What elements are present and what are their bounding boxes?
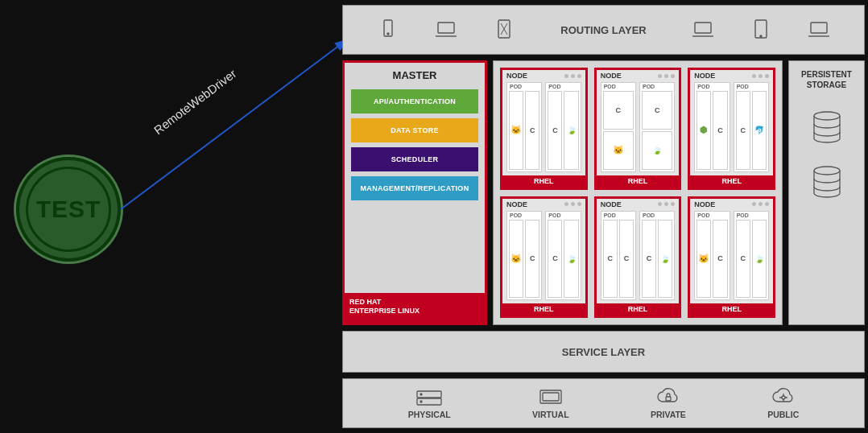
svg-rect-8 xyxy=(811,23,827,33)
tablet-icon xyxy=(491,19,517,41)
svg-point-18 xyxy=(782,396,785,399)
svg-point-9 xyxy=(814,112,840,120)
pods-grid: PODC PODC xyxy=(502,209,585,304)
architecture-diagram: ROUTING LAYER MASTER API/AUTHENTICATION … xyxy=(342,5,865,428)
pod-label: POD xyxy=(546,212,580,218)
infra-public-label: PUBLIC xyxy=(767,410,799,419)
svg-rect-3 xyxy=(438,23,454,33)
mongo-icon xyxy=(642,131,672,170)
pod: PODC xyxy=(639,211,675,301)
node-block: NODE PODC PODC RHEL xyxy=(688,196,775,319)
node-footer: RHEL xyxy=(690,175,773,188)
server-icon xyxy=(414,387,444,408)
nodejs-icon xyxy=(696,91,711,170)
infra-virtual-label: VIRTUAL xyxy=(532,410,569,419)
vm-icon xyxy=(535,387,566,408)
laptop-icon xyxy=(433,19,459,41)
master-block: MASTER API/AUTHENTICATION DATA STORE SCH… xyxy=(342,60,487,325)
node-header: NODE xyxy=(502,70,585,80)
node-label: NODE xyxy=(694,72,715,80)
node-dots-icon xyxy=(564,74,581,78)
pods-grid: PODC PODC xyxy=(690,209,773,304)
node-label: NODE xyxy=(694,200,715,208)
database-icon xyxy=(809,109,845,145)
svg-point-10 xyxy=(814,167,840,175)
pod: PODC xyxy=(734,82,769,172)
node-footer: RHEL xyxy=(502,303,585,315)
master-scheduler-box: SCHEDULER xyxy=(351,147,478,171)
pod: PODCC xyxy=(601,211,636,301)
node-block: NODE PODC PODC RHEL xyxy=(500,196,588,319)
pod: PODC xyxy=(694,82,730,172)
pod: PODC xyxy=(545,82,581,172)
infra-private: PRIVATE xyxy=(651,387,686,419)
pod-label: POD xyxy=(601,212,635,218)
master-mgmt-box: MANAGEMENT/REPLICATION xyxy=(351,176,478,200)
svg-point-7 xyxy=(760,35,762,37)
mysql-icon xyxy=(752,91,767,170)
node-header: NODE xyxy=(690,70,773,80)
svg-point-13 xyxy=(420,394,422,395)
pod: PODC xyxy=(545,211,581,301)
pod: PODC xyxy=(506,82,542,172)
test-badge: TEST xyxy=(16,157,121,262)
pods-grid: PODC PODC xyxy=(502,80,585,175)
node-block: NODE PODC PODC RHEL xyxy=(688,68,775,190)
node-header: NODE xyxy=(690,199,773,209)
pod: PODC xyxy=(694,211,730,301)
container-c: C xyxy=(736,220,750,299)
node-block: NODE PODCC PODC RHEL xyxy=(594,196,682,319)
arrow-line xyxy=(113,16,354,225)
svg-rect-17 xyxy=(666,397,671,401)
nodes-grid: NODE PODC PODC RHEL NODE PODC PODC RHEL … xyxy=(493,60,783,325)
container-c: C xyxy=(642,91,672,130)
svg-point-14 xyxy=(420,401,422,402)
svg-rect-16 xyxy=(543,393,559,401)
container-c: C xyxy=(548,220,562,299)
pod-label: POD xyxy=(546,83,580,89)
container-c: C xyxy=(525,91,539,170)
badge-inner-ring xyxy=(26,167,111,252)
master-footer: RED HAT ENTERPRISE LINUX xyxy=(345,293,485,323)
laptop-icon xyxy=(806,19,832,41)
node-footer: RHEL xyxy=(502,175,585,188)
infra-virtual: VIRTUAL xyxy=(532,387,569,419)
routing-layer-title: ROUTING LAYER xyxy=(560,24,646,36)
container-c: C xyxy=(642,220,656,299)
node-footer: RHEL xyxy=(690,303,773,315)
master-foot-line1: RED HAT xyxy=(349,298,480,307)
node-dots-icon xyxy=(752,74,769,78)
service-layer-title: SERVICE LAYER xyxy=(562,346,645,358)
storage-title-line2: STORAGE xyxy=(801,80,852,90)
infra-private-label: PRIVATE xyxy=(651,410,686,419)
node-label: NODE xyxy=(601,200,622,208)
mongo-icon xyxy=(564,91,578,170)
container-c: C xyxy=(548,91,562,170)
mongo-icon xyxy=(658,220,672,299)
pod: PODC xyxy=(601,82,636,172)
pod-label: POD xyxy=(507,83,541,89)
node-header: NODE xyxy=(597,70,680,80)
infra-physical-label: PHYSICAL xyxy=(408,410,451,419)
mongo-icon xyxy=(752,220,767,299)
node-header: NODE xyxy=(502,199,585,209)
mongo-icon xyxy=(564,220,578,299)
node-block: NODE PODC PODC RHEL xyxy=(500,68,588,190)
service-layer-band: SERVICE LAYER xyxy=(342,331,865,373)
node-dots-icon xyxy=(658,202,675,206)
pod-label: POD xyxy=(695,83,729,89)
tomcat-icon xyxy=(509,220,523,299)
pod-label: POD xyxy=(695,212,729,218)
svg-point-2 xyxy=(387,33,389,35)
node-footer: RHEL xyxy=(597,175,680,188)
master-datastore-box: DATA STORE xyxy=(351,118,478,142)
pods-grid: PODC PODC xyxy=(690,80,773,175)
middle-row: MASTER API/AUTHENTICATION DATA STORE SCH… xyxy=(342,60,865,325)
persistent-storage-block: PERSISTENT STORAGE xyxy=(788,60,865,325)
pod: PODC xyxy=(639,82,675,172)
pod-label: POD xyxy=(640,83,674,89)
node-label: NODE xyxy=(506,200,527,208)
tomcat-icon xyxy=(696,220,711,299)
container-c: C xyxy=(713,91,727,170)
cloud-network-icon xyxy=(768,387,799,408)
